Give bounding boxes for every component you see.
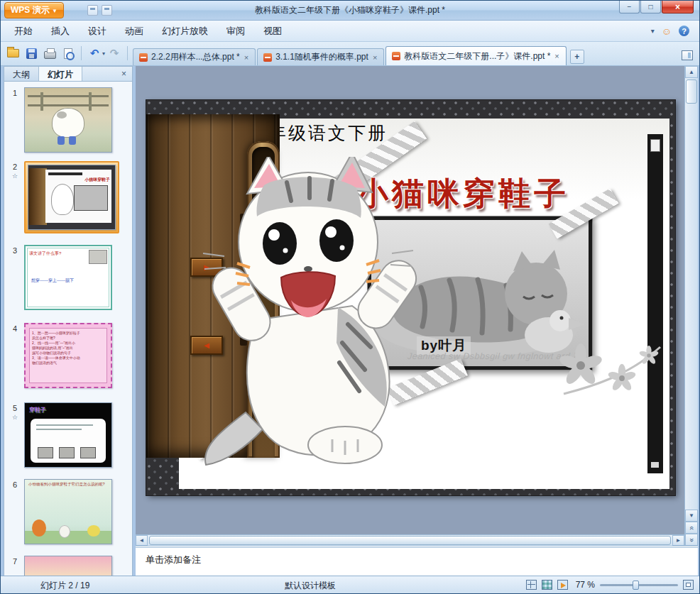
help-icon[interactable]: ? [679, 26, 689, 36]
content-panel [31, 419, 106, 463]
mini-text-line: 3、读一读——体会课文中小动 [32, 356, 104, 361]
menu-bar: 开始 插入 设计 动画 幻灯片放映 审阅 视图 ▾ ☺ ? [1, 21, 699, 42]
menu-item-home[interactable]: 开始 [5, 21, 42, 41]
slide-thumbnail-5[interactable]: 5☆ 穿鞋子 [6, 402, 112, 468]
ppt-file-icon [263, 53, 272, 62]
mini-text-line: 1、想一想——小猫咪穿好鞋子 [32, 331, 104, 336]
panel-tabs: 大纲 幻灯片 × [4, 66, 133, 82]
thumbnail-image[interactable]: 1、想一想——小猫咪穿好鞋子 后怎么样了呢? 2、找一找——用“—”画出小 猫咪… [24, 323, 112, 388]
slide-thumbnail-7[interactable]: 7 [6, 556, 112, 577]
tab-slides[interactable]: 幻灯片 [39, 67, 82, 81]
thumbnail-image[interactable] [24, 87, 112, 153]
slide-canvas[interactable]: 教科版二年级语文下册 [146, 100, 675, 495]
print-preview-icon[interactable] [60, 45, 77, 62]
thumbnail-image[interactable]: 穿鞋子 [24, 402, 112, 468]
print-icon[interactable] [41, 45, 58, 62]
design-template-label[interactable]: 默认设计模板 [285, 580, 336, 592]
text-line-graphic [36, 424, 93, 426]
cabinet-graphic [28, 168, 47, 225]
menu-item-animation[interactable]: 动画 [116, 21, 153, 41]
v-scroll-thumb[interactable] [686, 79, 697, 104]
picture-graphic [80, 447, 96, 458]
undo-icon[interactable]: ↶ [86, 45, 103, 62]
panel-close-icon[interactable]: × [116, 67, 132, 81]
cartoon-cat-graphic[interactable] [196, 157, 430, 469]
scroll-left-button[interactable]: ◄ [136, 535, 148, 546]
slide-editing-area[interactable]: 教科版二年级语文下册 [136, 66, 684, 546]
open-file-icon[interactable] [4, 45, 21, 62]
menu-item-review[interactable]: 审阅 [217, 21, 254, 41]
selection-highlight: 小猫咪穿鞋子 [24, 161, 119, 233]
slide-counter: 幻灯片 2 / 19 [40, 580, 89, 592]
zoom-slider[interactable] [600, 584, 678, 586]
menu-item-view[interactable]: 视图 [254, 21, 291, 41]
notes-pane[interactable]: 单击添加备注 [136, 546, 698, 577]
ppt-file-icon [392, 52, 400, 60]
previous-slide-button[interactable]: « [685, 522, 698, 534]
thumbnail-image[interactable] [24, 556, 112, 577]
vertical-scrollbar[interactable]: ▲ ▼ « » [684, 66, 698, 546]
minimize-button[interactable]: − [619, 1, 640, 13]
slide-thumbnail-1[interactable]: 1 [6, 87, 112, 153]
cat-graphic [52, 108, 84, 138]
slide-number: 3 [6, 245, 24, 310]
header-bar [48, 172, 82, 175]
menu-item-design[interactable]: 设计 [79, 21, 116, 41]
wps-presentation-window: WPS 演示 ▾ 教科版语文二年级下册《小猫咪穿鞋子》课件.ppt * − □ … [0, 0, 700, 594]
thumbnail-image[interactable]: 小动物看到小猫咪穿鞋子它们是怎么说的呢? [24, 479, 112, 544]
close-button[interactable]: × [662, 1, 694, 13]
menu-item-slideshow[interactable]: 幻灯片放映 [153, 21, 217, 41]
slideshow-play-icon[interactable] [557, 580, 568, 590]
picture-graphic [89, 250, 107, 264]
menu-item-insert[interactable]: 插入 [42, 21, 79, 41]
redo-icon[interactable]: ↷ [106, 45, 123, 62]
tab-close-icon[interactable]: × [372, 53, 378, 62]
thumbnail-image[interactable]: 小猫咪穿鞋子 [28, 165, 116, 230]
slide-number: 4 [6, 323, 24, 388]
doc-tab-2[interactable]: 3.1.1随机事件的概率.ppt × [257, 48, 384, 65]
notes-placeholder[interactable]: 单击添加备注 [146, 554, 201, 565]
task-pane-toggle-icon[interactable] [679, 48, 696, 65]
scroll-up-button[interactable]: ▲ [685, 66, 698, 78]
horizontal-scrollbar[interactable]: ◄ ► [136, 534, 684, 546]
normal-view-icon[interactable] [526, 580, 537, 590]
thumbnail-image[interactable]: 课文讲了什么事? 想穿——穿上——脱下 [24, 245, 112, 310]
scroll-down-button[interactable]: ▼ [685, 510, 698, 522]
slide-thumbnail-4[interactable]: 4 1、想一想——小猫咪穿好鞋子 后怎么样了呢? 2、找一找——用“—”画出小 … [6, 323, 112, 388]
slide-thumbnail-2-selected[interactable]: 2☆ 小猫咪穿鞋子 [6, 161, 119, 233]
duck-graphic [87, 525, 100, 537]
v-scroll-track[interactable] [685, 78, 698, 497]
scroll-right-button[interactable]: ► [672, 535, 684, 546]
h-scroll-thumb[interactable] [149, 536, 671, 545]
tab-close-icon[interactable]: × [244, 53, 249, 62]
save-icon[interactable] [23, 45, 40, 62]
next-slide-button[interactable]: » [685, 534, 698, 546]
picture-graphic [38, 447, 53, 458]
mini-text-line: 物们说话的语气 [32, 361, 104, 365]
slide-thumbnail-3[interactable]: 3 课文讲了什么事? 想穿——穿上——脱下 [6, 245, 112, 310]
doc-tab-1[interactable]: 2.2.2用样本...总体.ppt * × [133, 48, 256, 65]
double-chevron-down-icon: » [688, 538, 696, 541]
rabbit-graphic [59, 525, 70, 538]
feedback-smiley-icon[interactable]: ☺ [662, 26, 672, 37]
doc-tab-3-active[interactable]: 教科版语文二年级下册...子》课件.ppt * × [385, 46, 566, 65]
decorative-scrollbar-graphic [647, 134, 663, 473]
toolbar-options-icon[interactable]: ▾ [651, 27, 655, 35]
transition-star-icon: ☆ [6, 414, 24, 421]
deco-square [650, 139, 660, 152]
fit-slide-icon[interactable] [683, 580, 694, 590]
mini-text-line: 描写小动物们说话的句子 [32, 351, 104, 356]
new-tab-button[interactable]: + [570, 50, 584, 64]
slide-sorter-view-icon[interactable] [542, 580, 552, 590]
slide-number: 6 [6, 479, 24, 544]
slide-thumbnail-6[interactable]: 6 小动物看到小猫咪穿鞋子它们是怎么说的呢? [6, 479, 112, 544]
h-scroll-track[interactable] [148, 535, 672, 546]
zoom-slider-thumb[interactable] [633, 581, 639, 590]
mini-text-line: 猫咪妈妈说的话,用“~”画出 [32, 346, 104, 351]
maximize-button[interactable]: □ [640, 1, 661, 13]
doc-tab-label: 2.2.2用样本...总体.ppt * [151, 51, 240, 63]
tab-outline[interactable]: 大纲 [4, 67, 39, 81]
tab-close-icon[interactable]: × [554, 52, 559, 60]
window-controls: − □ × [618, 1, 694, 13]
zoom-level[interactable]: 77 % [576, 580, 595, 590]
